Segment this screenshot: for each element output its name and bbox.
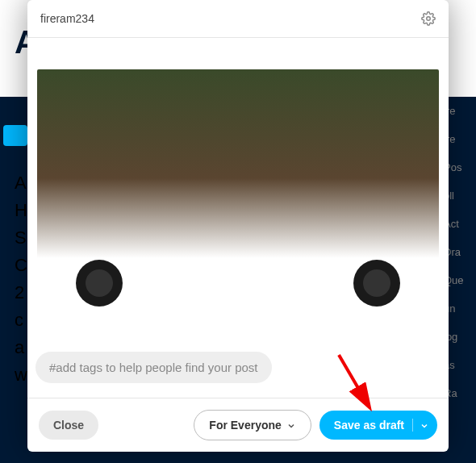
svg-point-0 — [427, 17, 431, 21]
chevron-down-icon — [286, 420, 296, 430]
uploaded-image[interactable] — [37, 69, 439, 311]
tag-input[interactable]: #add tags to help people find your post — [35, 352, 272, 383]
close-button-label: Close — [53, 419, 84, 432]
chevron-down-icon[interactable] — [420, 420, 429, 430]
modal-header: fireram234 — [27, 0, 449, 38]
save-as-draft-label: Save as draft — [334, 419, 404, 432]
button-divider — [412, 419, 413, 432]
background-right-text: ire ire Pos oll Act Dra Que un log as Ra — [444, 97, 476, 407]
image-area — [27, 38, 449, 342]
background-accent-block — [3, 125, 27, 146]
close-button[interactable]: Close — [39, 411, 98, 440]
background-left-text: A H S C 2 c a w — [15, 169, 27, 389]
post-editor-modal: fireram234 #add tags to help people find… — [27, 0, 449, 452]
tag-input-row: #add tags to help people find your post — [27, 342, 449, 398]
image-content-wheel — [353, 260, 400, 307]
author-username: fireram234 — [40, 12, 94, 25]
audience-label: For Everyone — [209, 419, 281, 432]
modal-footer: Close For Everyone Save as draft — [27, 398, 449, 452]
audience-selector[interactable]: For Everyone — [194, 410, 311, 440]
modal-body: #add tags to help people find your post — [27, 38, 449, 398]
gear-icon[interactable] — [421, 11, 436, 26]
save-as-draft-button[interactable]: Save as draft — [319, 411, 437, 440]
image-content-wheel — [76, 260, 123, 307]
